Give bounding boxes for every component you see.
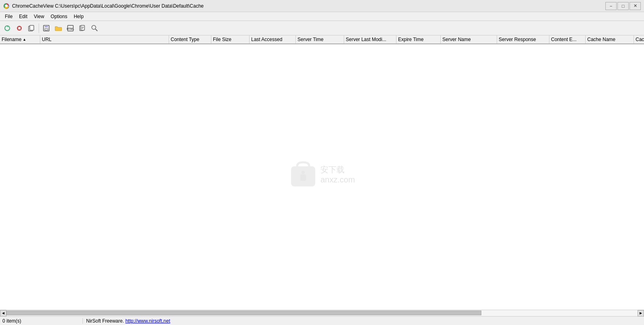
- menu-options[interactable]: Options: [47, 13, 70, 20]
- col-url[interactable]: URL: [40, 35, 169, 43]
- col-server-time[interactable]: Server Time: [296, 35, 344, 43]
- svg-rect-6: [18, 27, 21, 29]
- svg-rect-11: [45, 29, 48, 30]
- col-server-last-modi[interactable]: Server Last Modi...: [344, 35, 396, 43]
- export-html-button[interactable]: HTML: [65, 23, 76, 34]
- scroll-left-button[interactable]: ◀: [0, 310, 6, 317]
- svg-rect-8: [30, 25, 34, 30]
- svg-point-2: [6, 5, 8, 7]
- title-bar: ChromeCacheView C:\Users\pc\AppData\Loca…: [0, 0, 644, 12]
- toolbar: HTML: [0, 21, 644, 35]
- menu-edit[interactable]: Edit: [16, 13, 31, 20]
- open-folder-button[interactable]: [53, 23, 64, 34]
- svg-point-19: [92, 25, 96, 29]
- status-item-count: 0 item(s): [2, 318, 83, 324]
- svg-point-23: [301, 171, 305, 174]
- col-content-type[interactable]: Content Type: [169, 35, 211, 43]
- col-content-e[interactable]: Content E...: [549, 35, 586, 43]
- svg-rect-10: [45, 25, 48, 27]
- col-expire-time[interactable]: Expire Time: [396, 35, 441, 43]
- menu-bar: File Edit View Options Help: [0, 12, 644, 21]
- column-headers: Filename ▲ URL Content Type File Size La…: [0, 35, 644, 44]
- menu-help[interactable]: Help: [70, 13, 87, 20]
- col-cache[interactable]: Cache: [634, 35, 644, 43]
- horizontal-scrollbar[interactable]: ◀ ▶: [0, 310, 644, 316]
- save-button[interactable]: [41, 23, 52, 34]
- col-cache-name[interactable]: Cache Name: [586, 35, 634, 43]
- refresh-button[interactable]: [2, 23, 13, 34]
- col-filename[interactable]: Filename ▲: [0, 35, 40, 43]
- app-icon: [3, 3, 10, 9]
- sort-arrow-filename: ▲: [23, 37, 26, 41]
- copy-file-button[interactable]: [26, 23, 37, 34]
- svg-text:HTML: HTML: [67, 27, 74, 30]
- scroll-track[interactable]: [6, 310, 638, 316]
- toolbar-separator-1: [39, 23, 39, 33]
- col-file-size[interactable]: File Size: [211, 35, 250, 43]
- scroll-right-button[interactable]: ▶: [638, 310, 644, 317]
- find-button[interactable]: [89, 23, 100, 34]
- freeware-link[interactable]: http://www.nirsoft.net: [125, 318, 170, 324]
- menu-view[interactable]: View: [31, 13, 47, 20]
- status-freeware: NirSoft Freeware. http://www.nirsoft.net: [83, 318, 170, 324]
- status-bar: 0 item(s) NirSoft Freeware. http://www.n…: [0, 316, 644, 325]
- col-server-response[interactable]: Server Response: [497, 35, 549, 43]
- minimize-button[interactable]: −: [605, 2, 617, 10]
- title-text: ChromeCacheView C:\Users\pc\AppData\Loca…: [12, 3, 605, 9]
- col-server-name[interactable]: Server Name: [441, 35, 497, 43]
- main-content: 安下载 anxz.com: [0, 44, 644, 310]
- freeware-label: NirSoft Freeware.: [86, 318, 124, 324]
- close-button[interactable]: ✕: [630, 2, 641, 10]
- window-controls: − □ ✕: [605, 2, 641, 10]
- svg-rect-22: [300, 174, 306, 181]
- col-last-accessed[interactable]: Last Accessed: [250, 35, 296, 43]
- copy-selected-button[interactable]: [77, 23, 88, 34]
- maximize-button[interactable]: □: [617, 2, 629, 10]
- menu-file[interactable]: File: [2, 13, 16, 20]
- svg-line-20: [95, 29, 97, 31]
- stop-button[interactable]: [14, 23, 25, 34]
- watermark: 安下载 anxz.com: [289, 160, 355, 188]
- scroll-thumb[interactable]: [6, 311, 481, 315]
